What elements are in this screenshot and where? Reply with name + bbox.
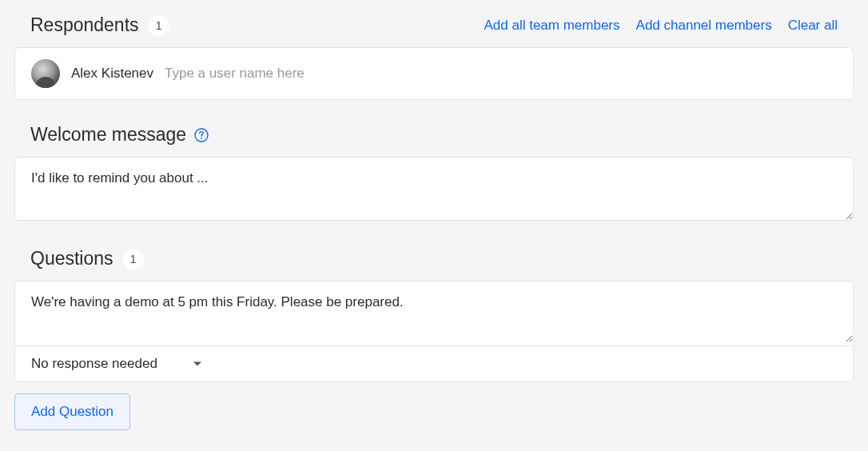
questions-header: Questions 1 (14, 248, 854, 269)
response-type-select[interactable]: No response needed (31, 356, 202, 372)
respondents-count-badge: 1 (149, 15, 169, 36)
help-icon[interactable] (194, 128, 209, 142)
question-footer: No response needed (15, 345, 853, 381)
user-avatar (31, 59, 60, 88)
user-chip-name: Alex Kistenev (71, 66, 153, 82)
respondents-title: Respondents (30, 14, 139, 36)
questions-count-badge: 1 (123, 249, 144, 269)
respondents-header: Respondents 1 Add all team members Add c… (14, 14, 854, 36)
welcome-message-title: Welcome message (30, 124, 186, 146)
welcome-message-header: Welcome message (14, 124, 854, 146)
chevron-down-icon (193, 361, 202, 367)
add-team-members-link[interactable]: Add all team members (484, 18, 619, 34)
welcome-message-input[interactable] (14, 157, 854, 221)
question-item: No response needed (14, 281, 854, 382)
questions-title-wrap: Questions 1 (30, 248, 144, 269)
respondents-title-wrap: Respondents 1 (30, 14, 169, 36)
question-text-input[interactable] (15, 281, 853, 342)
svg-point-1 (201, 138, 202, 139)
user-name-input[interactable] (165, 66, 837, 82)
questions-title: Questions (30, 248, 113, 269)
add-channel-members-link[interactable]: Add channel members (636, 18, 772, 34)
clear-all-link[interactable]: Clear all (788, 18, 838, 34)
response-type-label: No response needed (31, 356, 157, 372)
respondents-actions: Add all team members Add channel members… (484, 18, 838, 34)
respondents-input-box[interactable]: Alex Kistenev (14, 47, 854, 100)
add-question-button[interactable]: Add Question (14, 393, 130, 430)
